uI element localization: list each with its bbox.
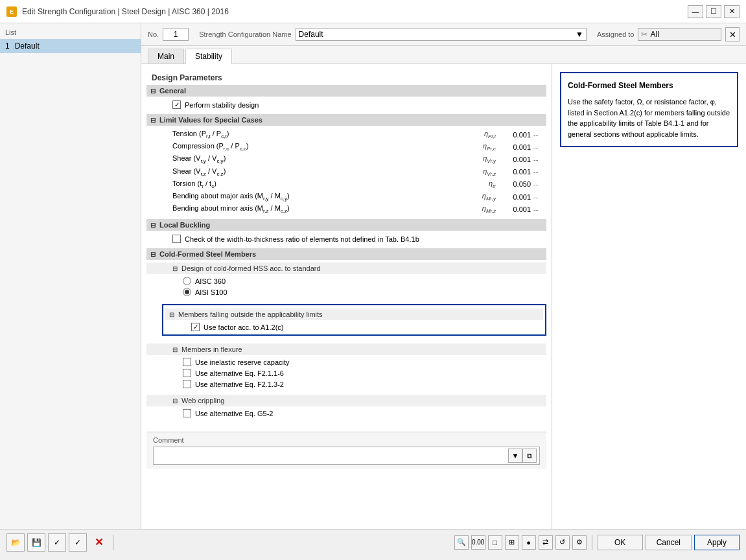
tension-value: 0.001 (501, 131, 533, 139)
status-undo-icon[interactable]: ↺ (555, 535, 570, 550)
alt-eq-f213-checkbox[interactable] (183, 380, 191, 388)
use-factor-label: Use factor acc. to A1.2(c) (204, 323, 543, 331)
tab-main[interactable]: Main (148, 49, 184, 64)
compression-unit: -- (533, 143, 546, 151)
alt-eq-f211-checkbox[interactable] (183, 369, 191, 377)
status-gear-icon[interactable]: ⚙ (572, 535, 587, 550)
alt-eq-g52-label: Use alternative Eq. G5-2 (195, 410, 546, 417)
alt-eq-f213-label: Use alternative Eq. F2.1.3-2 (195, 380, 546, 388)
web-crippling-sub-header: ⊟ Web crippling (146, 395, 546, 406)
width-thickness-row: Check of the width-to-thickness ratio of… (146, 233, 546, 244)
tabs-bar: Main Stability (141, 46, 746, 64)
bending-minor-symbol: ηMr,z (462, 204, 501, 214)
window-controls[interactable]: — ☐ ✕ (688, 5, 740, 18)
aisi-s100-radio[interactable] (183, 288, 191, 296)
general-toggle[interactable]: ⊟ (150, 88, 156, 95)
close-button[interactable]: ✕ (724, 5, 740, 18)
check1-button[interactable]: ✓ (48, 533, 66, 552)
perform-stability-checkbox[interactable] (172, 100, 181, 109)
apply-button[interactable]: Apply (694, 535, 740, 550)
tension-unit: -- (533, 131, 546, 139)
sidebar-item-number: 1 (5, 41, 10, 51)
torsion-unit: -- (533, 180, 546, 188)
shear-y-symbol: ηVr,y (462, 154, 501, 164)
assigned-label: Assigned to (597, 30, 634, 38)
compression-symbol: ηPr,c (462, 142, 501, 152)
assigned-value: ✂ All (638, 28, 721, 41)
config-name-select[interactable]: Default ▼ (296, 28, 587, 41)
open-button[interactable]: 📂 (6, 533, 25, 552)
cold-formed-toggle[interactable]: ⊟ (150, 251, 156, 258)
comment-box: ▼ ⧉ (153, 447, 540, 465)
width-thickness-checkbox[interactable] (172, 235, 181, 243)
shear-y-unit: -- (533, 156, 546, 163)
tab-main-label: Main (157, 52, 174, 61)
minimize-button[interactable]: — (688, 5, 703, 18)
aisc360-radio[interactable] (183, 277, 191, 285)
comment-section: Comment ▼ ⧉ (146, 432, 546, 469)
aisc360-row: AISC 360 (146, 275, 546, 286)
torsion-symbol: ηtr (462, 180, 501, 189)
status-search-icon[interactable]: 🔍 (454, 535, 469, 550)
shear-z-value: 0.001 (501, 168, 533, 176)
info-panel: Cold-Formed Steel Members Use the safety… (552, 64, 746, 529)
local-buckling-toggle[interactable]: ⊟ (150, 222, 156, 229)
applicability-toggle[interactable]: ⊟ (169, 311, 174, 318)
web-crippling-toggle[interactable]: ⊟ (172, 397, 178, 404)
perform-stability-row: Perform stability design (146, 99, 546, 110)
limit-toggle[interactable]: ⊟ (150, 117, 156, 124)
inelastic-row: Use inelastic reserve capacity (146, 356, 546, 368)
torsion-row: Torsion (tr / tc) ηtr 0.050 -- (146, 178, 546, 191)
bending-major-value: 0.001 (501, 193, 533, 201)
shear-y-value: 0.001 (501, 156, 533, 163)
bending-minor-value: 0.001 (501, 205, 533, 213)
cold-formed-label: Cold-Formed Steel Members (159, 250, 256, 258)
alt-eq-f213-row: Use alternative Eq. F2.1.3-2 (146, 379, 546, 390)
comment-dropdown-button[interactable]: ▼ (508, 449, 522, 463)
tension-label: Tension (Pr,t / Pc,t) (172, 130, 462, 139)
limit-values-section-header: ⊟ Limit Values for Special Cases (146, 114, 546, 126)
shear-y-label: Shear (Vr,y / Vc,y) (172, 154, 462, 164)
comment-input[interactable] (156, 452, 508, 460)
flexure-toggle[interactable]: ⊟ (172, 346, 178, 353)
torsion-value: 0.050 (501, 180, 533, 188)
status-box-icon[interactable]: □ (488, 535, 502, 550)
shear-z-symbol: ηVr,z (462, 167, 501, 177)
sidebar-item-default[interactable]: 1 Default (0, 39, 141, 53)
delete-button[interactable]: ✕ (89, 533, 108, 552)
title-bar-left: E Edit Strength Configuration | Steel De… (6, 6, 229, 17)
alt-eq-g52-checkbox[interactable] (183, 409, 191, 417)
toolbar-bottom: 📂 💾 ✓ ✓ ✕ 🔍 0.00 □ ⊞ ● ⇄ ↺ ⚙ OK Cancel A… (0, 529, 746, 555)
save-button[interactable]: 💾 (27, 533, 45, 552)
ok-button[interactable]: OK (598, 535, 643, 550)
assigned-section: Assigned to ✂ All ✕ (597, 27, 740, 41)
cancel-button[interactable]: Cancel (646, 535, 692, 550)
check2-button[interactable]: ✓ (69, 533, 87, 552)
status-number-icon[interactable]: 0.00 (471, 535, 485, 550)
comment-copy-button[interactable]: ⧉ (522, 449, 537, 463)
flexure-label: Members in flexure (181, 345, 242, 353)
general-section-header: ⊟ General (146, 85, 546, 97)
torsion-label: Torsion (tr / tc) (172, 180, 462, 189)
cold-formed-design-label: Design of cold-formed HSS acc. to standa… (181, 264, 321, 272)
status-grid-icon[interactable]: ⊞ (505, 535, 519, 550)
main-layout: List 1 Default No. 1 Strength Configurat… (0, 23, 746, 529)
design-params-label: Design Parameters (146, 69, 546, 85)
shear-z-label: Shear (Vr,z / Vc,z) (172, 167, 462, 177)
window-title: Edit Strength Configuration | Steel Desi… (22, 7, 229, 16)
params-panel: Design Parameters ⊟ General Perform stab… (141, 64, 552, 529)
status-transfer-icon[interactable]: ⇄ (539, 535, 553, 550)
tab-stability[interactable]: Stability (185, 49, 232, 64)
cold-formed-design-toggle[interactable]: ⊟ (172, 265, 178, 272)
alt-eq-f211-row: Use alternative Eq. F2.1.1-6 (146, 368, 546, 379)
compression-label: Compression (Pr,c / Pc,c) (172, 142, 462, 152)
bending-major-label: Bending about major axis (Mr,y / Mc,y) (172, 192, 462, 202)
use-factor-checkbox[interactable] (191, 323, 200, 331)
maximize-button[interactable]: ☐ (706, 5, 721, 18)
status-dot-icon[interactable]: ● (522, 535, 536, 550)
cold-formed-section-header: ⊟ Cold-Formed Steel Members (146, 248, 546, 260)
inelastic-checkbox[interactable] (183, 358, 191, 366)
assigned-remove-button[interactable]: ✕ (725, 27, 740, 41)
config-no-section: No. 1 (148, 28, 189, 41)
bending-minor-label: Bending about minor axis (Mr,z / Mc,z) (172, 204, 462, 214)
